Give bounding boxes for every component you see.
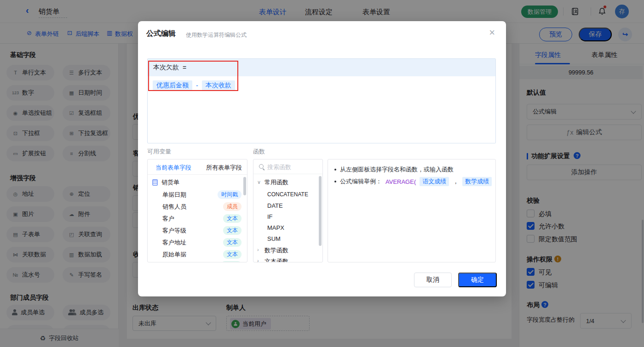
clipped-type-badge: [221, 261, 242, 262]
modal-title: 公式编辑: [146, 29, 176, 39]
function-search-input[interactable]: [267, 162, 319, 172]
formula-editor[interactable]: 本次欠款 = 优惠后金额 - 本次收款: [147, 58, 496, 143]
function-item[interactable]: SUM: [267, 235, 281, 242]
cancel-button[interactable]: 取消: [414, 273, 452, 287]
caret-closed-icon[interactable]: ›: [257, 258, 259, 262]
example-field-chip: 语文成绩: [420, 177, 449, 186]
help-line-1: 从左侧面板选择字段名和函数，或输入函数: [334, 165, 454, 174]
modal-subtitle: 使用数学运算符编辑公式: [186, 31, 247, 39]
type-badge: 文本: [223, 238, 242, 247]
equals-sign: =: [183, 64, 186, 71]
caret-open-icon[interactable]: ∨: [257, 179, 261, 185]
functions-scrollbar[interactable]: [319, 176, 322, 246]
example-function-open: AVERAGE(: [385, 178, 416, 185]
example-field-chip: 数学成绩: [462, 177, 492, 186]
variables-panel: 当前表单字段 所有表单字段 销货单 单据日期 时间戳 销售人员 成员 客户 文本…: [147, 159, 247, 262]
close-icon[interactable]: ×: [489, 27, 495, 39]
bullet-icon: [334, 169, 336, 171]
functions-panel: ∨ 常用函数 CONCATENATE DATE IF MAPX SUM › 数学…: [253, 159, 323, 262]
variable-item[interactable]: 原始单据: [162, 250, 186, 259]
help-text: 从左侧面板选择字段名和函数，或输入函数: [340, 165, 454, 174]
function-group-math[interactable]: 数学函数: [264, 246, 288, 255]
app-screen: ‹ 销货单 表单设计 流程设定 表单设置 数据管理 存 ⊘ 表单外链 ⊡ 后端脚…: [0, 0, 644, 347]
variables-tabs: 当前表单字段 所有表单字段: [148, 159, 247, 175]
function-item[interactable]: IF: [267, 213, 273, 220]
field-chip[interactable]: 优惠后金额: [153, 80, 192, 91]
example-comma: ，: [453, 177, 459, 186]
function-group-common[interactable]: 常用函数: [264, 178, 288, 187]
minus-operator: -: [196, 82, 198, 89]
variable-item[interactable]: 客户: [162, 215, 174, 223]
search-icon: [259, 164, 264, 169]
variable-item[interactable]: 单据日期: [162, 191, 186, 199]
variables-label: 可用变量: [147, 148, 171, 156]
field-chip[interactable]: 本次收款: [202, 80, 235, 91]
help-line-2: 公式编辑举例：AVERAGE( 语文成绩 ， 数学成绩 ): [334, 177, 496, 186]
variable-root[interactable]: 销货单: [161, 178, 179, 187]
bullet-icon: [334, 181, 336, 182]
type-badge: 成员: [223, 202, 242, 211]
tab-all-form-fields[interactable]: 所有表单字段: [206, 164, 242, 172]
caret-closed-icon[interactable]: ›: [257, 247, 259, 252]
tab-current-form-fields[interactable]: 当前表单字段: [155, 164, 191, 172]
variable-item[interactable]: 客户等级: [162, 227, 186, 235]
functions-label: 函数: [253, 148, 265, 156]
function-item[interactable]: MAPX: [267, 224, 284, 231]
function-search-row: [253, 159, 322, 174]
formula-expression: 优惠后金额 - 本次收款: [153, 80, 235, 91]
help-example-prefix: 公式编辑举例：: [340, 177, 382, 186]
type-badge: 文本: [223, 250, 242, 259]
variable-item[interactable]: 客户地址: [162, 239, 186, 247]
formula-edit-modal: 公式编辑 使用数学运算符编辑公式 × 本次欠款 = 优惠后金额 - 本次收款 可…: [138, 21, 506, 296]
variables-scrollbar[interactable]: [243, 177, 246, 195]
form-doc-icon: [152, 179, 158, 186]
formula-target-row: 本次欠款 =: [148, 59, 495, 76]
example-function-close: ): [495, 178, 496, 185]
formula-help-panel: 从左侧面板选择字段名和函数，或输入函数 公式编辑举例：AVERAGE( 语文成绩…: [328, 159, 496, 262]
function-group-text[interactable]: 文本函数: [264, 257, 288, 262]
type-badge: 时间戳: [218, 190, 242, 199]
function-item[interactable]: DATE: [267, 202, 283, 209]
type-badge: 文本: [223, 226, 242, 235]
variable-item[interactable]: 销售人员: [162, 203, 186, 211]
formula-target: 本次欠款: [153, 63, 179, 72]
function-item[interactable]: CONCATENATE: [267, 191, 308, 198]
confirm-button[interactable]: 确定: [458, 273, 497, 287]
type-badge: 文本: [223, 214, 242, 223]
